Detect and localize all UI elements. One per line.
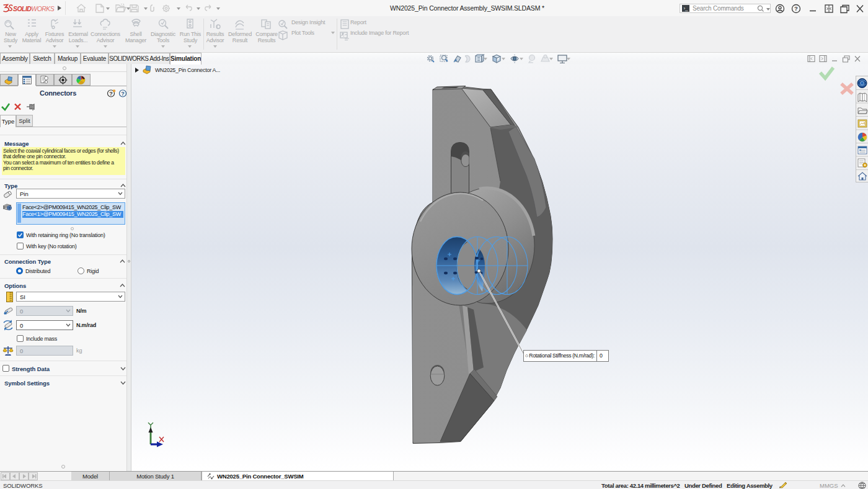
svg-text:?: ?	[109, 91, 113, 97]
svg-text:?: ?	[121, 91, 125, 97]
svg-text:?: ?	[794, 5, 798, 12]
